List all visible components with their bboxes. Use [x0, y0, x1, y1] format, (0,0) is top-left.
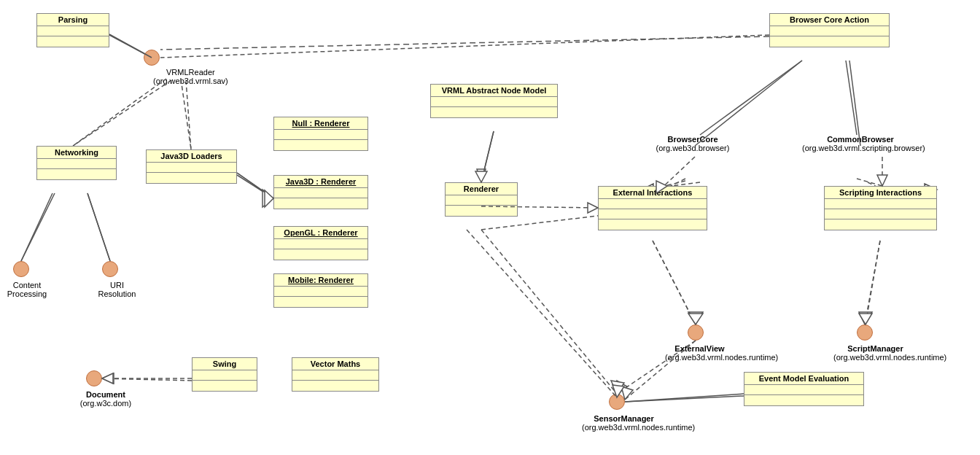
svg-line-6: [186, 80, 191, 149]
scripting-interactions-box: Scripting Interactions: [824, 186, 937, 230]
svg-line-20: [625, 394, 744, 402]
opengl-renderer-s1: [274, 239, 368, 249]
svg-marker-17: [859, 312, 872, 324]
event-model-s1: [744, 385, 863, 395]
sensor-manager-label: SensorManager (org.web3d.vrml.nodes.runt…: [582, 414, 666, 432]
ext-int-s3: [599, 219, 707, 230]
java3d-renderer-s2: [274, 198, 368, 209]
scr-int-s1: [825, 199, 936, 209]
document-label: Document (org.w3c.dom): [77, 390, 135, 408]
svg-line-35: [181, 79, 191, 149]
svg-marker-60: [102, 373, 113, 384]
script-manager-circle: [857, 324, 873, 341]
browser-core-action-s2: [770, 36, 889, 47]
java3d-loaders-s2: [147, 173, 236, 183]
null-renderer-s2: [274, 140, 368, 150]
event-model-s2: [744, 395, 863, 405]
event-model-box: Event Model Evaluation: [744, 372, 864, 406]
svg-marker-53: [859, 314, 872, 324]
browser-core-action-title: Browser Core Action: [790, 15, 869, 24]
svg-marker-19: [617, 381, 627, 394]
parsing-section2: [37, 36, 109, 47]
vrml-abstract-box: VRML Abstract Node Model: [430, 84, 558, 118]
svg-line-21: [481, 230, 617, 394]
java3d-loaders-box: Java3D Loaders: [146, 149, 237, 184]
opengl-renderer-title: OpenGL : Renderer: [284, 228, 357, 237]
swing-title: Swing: [213, 359, 236, 368]
browser-core-action-box: Browser Core Action: [769, 13, 890, 47]
networking-title: Networking: [55, 148, 98, 157]
svg-marker-15: [688, 312, 703, 324]
vector-maths-s1: [292, 370, 378, 381]
svg-marker-24: [102, 373, 114, 384]
svg-line-4: [88, 193, 110, 261]
sensor-manager-circle: [609, 394, 625, 410]
java3d-renderer-title: Java3D : Renderer: [286, 177, 357, 186]
svg-line-50: [653, 241, 696, 324]
svg-line-1: [160, 35, 769, 58]
scripting-interactions-title: Scripting Interactions: [839, 188, 922, 197]
null-renderer-box: Null : Renderer: [273, 117, 368, 151]
parsing-box: Parsing: [36, 13, 109, 47]
svg-line-38: [21, 193, 52, 261]
svg-line-5: [73, 80, 171, 146]
external-view-label: ExternalView (org.web3d.vrml.nodes.runti…: [665, 344, 734, 362]
external-view-circle: [688, 324, 704, 341]
svg-line-52: [866, 241, 880, 324]
external-interactions-box: External Interactions: [598, 186, 707, 230]
svg-marker-51: [688, 314, 703, 324]
uri-resolution-circle: [102, 261, 118, 277]
networking-s2: [37, 169, 116, 179]
vector-maths-s2: [292, 381, 378, 391]
null-renderer-title: Null : Renderer: [292, 119, 350, 128]
mobile-renderer-s2: [274, 297, 368, 307]
renderer-s1: [446, 195, 517, 206]
vrml-abstract-title: VRML Abstract Node Model: [442, 86, 547, 95]
networking-s1: [37, 159, 116, 169]
ext-int-s1: [599, 199, 707, 209]
svg-line-23: [102, 378, 192, 381]
opengl-renderer-s2: [274, 249, 368, 260]
vrml-reader-label: VRMLReader (org.web3d.vrml.sav): [153, 68, 228, 85]
swing-s2: [192, 381, 257, 391]
svg-line-30: [237, 175, 273, 198]
swing-box: Swing: [192, 357, 257, 392]
content-processing-label: Content Processing: [1, 281, 52, 298]
svg-line-44: [695, 61, 802, 146]
null-renderer-s1: [274, 130, 368, 140]
vrml-reader-circle: [144, 50, 160, 66]
svg-line-40: [481, 131, 494, 182]
networking-box: Networking: [36, 146, 117, 180]
opengl-renderer-box: OpenGL : Renderer: [273, 226, 368, 260]
java3d-renderer-s1: [274, 188, 368, 198]
parsing-title: Parsing: [58, 15, 88, 24]
svg-line-16: [865, 241, 880, 324]
svg-line-36: [237, 173, 273, 198]
event-model-title: Event Model Evaluation: [759, 374, 849, 383]
document-circle: [86, 370, 102, 386]
mobile-renderer-title: Mobile: Renderer: [288, 276, 354, 284]
svg-line-7: [481, 131, 494, 182]
swing-s1: [192, 370, 257, 381]
content-processing-circle: [13, 261, 29, 277]
ext-int-s2: [599, 209, 707, 219]
scr-int-s2: [825, 209, 936, 219]
script-manager-label: ScriptManager (org.web3d.vrml.nodes.runt…: [833, 344, 917, 362]
svg-line-45: [849, 61, 860, 146]
svg-line-12: [671, 179, 685, 186]
parsing-section1: [37, 26, 109, 36]
scr-int-s3: [825, 219, 936, 230]
svg-marker-22: [611, 381, 624, 394]
uri-resolution-label: URI Resolution: [93, 281, 141, 298]
svg-line-58: [625, 396, 744, 402]
vrml-abstract-s2: [431, 107, 557, 117]
java3d-loaders-s1: [147, 163, 236, 173]
svg-line-34: [73, 79, 166, 146]
browser-core-label: BrowserCore (org.web3d.browser): [645, 135, 740, 152]
svg-line-56: [467, 230, 617, 397]
svg-marker-31: [262, 190, 273, 207]
common-browser-label: CommonBrowser (org.web3d.vrml.scripting.…: [802, 135, 919, 152]
vector-maths-title: Vector Maths: [311, 359, 360, 368]
uml-diagram: Parsing VRMLReader (org.web3d.vrml.sav) …: [0, 0, 980, 455]
java3d-loaders-title: Java3D Loaders: [160, 152, 222, 160]
